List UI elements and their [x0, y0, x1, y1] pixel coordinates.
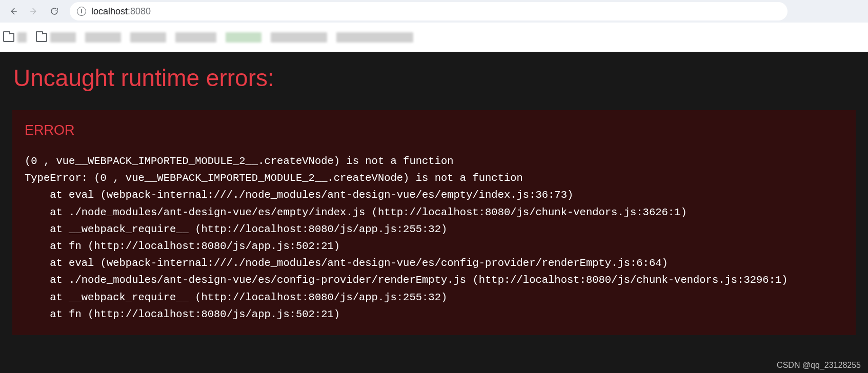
folder-icon	[36, 33, 47, 42]
back-button[interactable]	[4, 2, 23, 20]
bookmarks-bar	[0, 23, 868, 52]
blurred-bookmark[interactable]	[175, 32, 216, 43]
browser-toolbar: i localhost:8080	[0, 0, 868, 23]
arrow-right-icon	[29, 7, 38, 16]
folder-icon	[3, 33, 14, 42]
address-bar[interactable]: i localhost:8080	[70, 2, 788, 20]
url-host: localhost	[91, 6, 128, 16]
reload-button[interactable]	[45, 2, 64, 20]
error-label: ERROR	[25, 122, 843, 138]
blurred-bookmark[interactable]	[85, 32, 121, 43]
stack-trace: (0 , vue__WEBPACK_IMPORTED_MODULE_2__.cr…	[25, 153, 843, 323]
reload-icon	[50, 7, 59, 16]
blurred-bookmark[interactable]	[226, 32, 261, 43]
blurred-bookmark[interactable]	[130, 32, 166, 43]
bookmark-folder[interactable]	[3, 32, 27, 43]
error-overlay: Uncaught runtime errors: ERROR (0 , vue_…	[0, 52, 868, 373]
watermark: CSDN @qq_23128255	[777, 361, 861, 370]
arrow-left-icon	[9, 7, 18, 16]
url-text: localhost:8080	[91, 6, 151, 17]
blurred-label	[17, 32, 27, 43]
bookmark-folder[interactable]	[36, 32, 76, 43]
error-box: ERROR (0 , vue__WEBPACK_IMPORTED_MODULE_…	[12, 110, 856, 335]
url-port: :8080	[128, 6, 151, 16]
forward-button[interactable]	[25, 2, 43, 20]
overlay-title: Uncaught runtime errors:	[13, 64, 856, 92]
blurred-bookmark[interactable]	[336, 32, 413, 43]
blurred-label	[50, 32, 76, 43]
site-info-icon[interactable]: i	[77, 7, 86, 16]
blurred-bookmark[interactable]	[271, 32, 327, 43]
